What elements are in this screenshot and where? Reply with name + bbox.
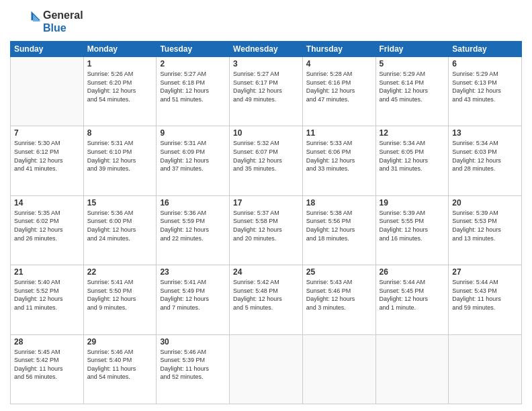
calendar-cell: 8Sunrise: 5:31 AM Sunset: 6:10 PM Daylig… <box>83 126 157 195</box>
calendar-week-1: 1Sunrise: 5:26 AM Sunset: 6:20 PM Daylig… <box>11 57 522 126</box>
day-number: 30 <box>160 337 226 347</box>
calendar-weekday-thursday: Thursday <box>302 42 375 57</box>
calendar-body: 1Sunrise: 5:26 AM Sunset: 6:20 PM Daylig… <box>11 57 522 404</box>
svg-marker-1 <box>33 14 40 21</box>
day-info: Sunrise: 5:41 AM Sunset: 5:50 PM Dayligh… <box>87 278 153 312</box>
header: GeneralBlue <box>10 7 522 37</box>
day-number: 4 <box>306 59 372 68</box>
day-info: Sunrise: 5:27 AM Sunset: 6:18 PM Dayligh… <box>160 70 226 103</box>
day-number: 28 <box>14 337 80 347</box>
day-info: Sunrise: 5:34 AM Sunset: 6:03 PM Dayligh… <box>452 139 518 173</box>
day-number: 17 <box>233 198 299 208</box>
day-number: 2 <box>160 59 226 68</box>
day-info: Sunrise: 5:31 AM Sunset: 6:10 PM Dayligh… <box>87 139 153 173</box>
day-info: Sunrise: 5:43 AM Sunset: 5:46 PM Dayligh… <box>306 278 372 312</box>
calendar-cell: 21Sunrise: 5:40 AM Sunset: 5:52 PM Dayli… <box>11 265 84 334</box>
day-info: Sunrise: 5:42 AM Sunset: 5:48 PM Dayligh… <box>233 278 299 312</box>
day-info: Sunrise: 5:37 AM Sunset: 5:58 PM Dayligh… <box>233 209 299 242</box>
logo-blue: Blue <box>43 22 83 34</box>
calendar-weekday-monday: Monday <box>83 42 157 57</box>
calendar-cell: 1Sunrise: 5:26 AM Sunset: 6:20 PM Daylig… <box>83 57 157 126</box>
day-number: 27 <box>452 267 518 277</box>
day-number: 29 <box>87 337 153 347</box>
day-number: 18 <box>306 198 372 208</box>
logo-text: GeneralBlue <box>43 9 83 34</box>
day-number: 6 <box>452 59 518 68</box>
page: GeneralBlue SundayMondayTuesdayWednesday… <box>0 0 532 411</box>
day-number: 1 <box>87 59 153 68</box>
day-number: 24 <box>233 267 299 277</box>
calendar-cell: 18Sunrise: 5:38 AM Sunset: 5:56 PM Dayli… <box>302 195 375 265</box>
day-number: 7 <box>14 128 80 138</box>
day-info: Sunrise: 5:46 AM Sunset: 5:40 PM Dayligh… <box>87 348 153 381</box>
day-number: 15 <box>87 198 153 208</box>
calendar-weekday-friday: Friday <box>375 42 449 57</box>
calendar-cell: 9Sunrise: 5:31 AM Sunset: 6:09 PM Daylig… <box>157 126 230 195</box>
calendar-cell: 23Sunrise: 5:41 AM Sunset: 5:49 PM Dayli… <box>157 265 230 334</box>
day-number: 5 <box>380 59 445 68</box>
day-info: Sunrise: 5:39 AM Sunset: 5:55 PM Dayligh… <box>380 209 445 242</box>
calendar-weekday-wednesday: Wednesday <box>230 42 303 57</box>
day-number: 8 <box>87 128 153 138</box>
day-number: 11 <box>306 128 372 138</box>
calendar-cell: 10Sunrise: 5:32 AM Sunset: 6:07 PM Dayli… <box>230 126 303 195</box>
calendar-cell: 20Sunrise: 5:39 AM Sunset: 5:53 PM Dayli… <box>449 195 522 265</box>
day-number: 13 <box>452 128 518 138</box>
calendar-week-4: 21Sunrise: 5:40 AM Sunset: 5:52 PM Dayli… <box>11 265 522 334</box>
day-number: 26 <box>380 267 445 277</box>
day-info: Sunrise: 5:28 AM Sunset: 6:16 PM Dayligh… <box>306 70 372 103</box>
calendar-header-row: SundayMondayTuesdayWednesdayThursdayFrid… <box>11 42 522 57</box>
calendar-cell: 5Sunrise: 5:29 AM Sunset: 6:14 PM Daylig… <box>375 57 449 126</box>
day-number: 10 <box>233 128 299 138</box>
calendar-cell: 11Sunrise: 5:33 AM Sunset: 6:06 PM Dayli… <box>302 126 375 195</box>
calendar-cell: 19Sunrise: 5:39 AM Sunset: 5:55 PM Dayli… <box>375 195 449 265</box>
calendar-cell: 30Sunrise: 5:46 AM Sunset: 5:39 PM Dayli… <box>157 334 230 404</box>
day-info: Sunrise: 5:46 AM Sunset: 5:39 PM Dayligh… <box>160 348 226 381</box>
day-number: 16 <box>160 198 226 208</box>
day-info: Sunrise: 5:35 AM Sunset: 6:02 PM Dayligh… <box>14 209 80 242</box>
day-number: 19 <box>380 198 445 208</box>
calendar-week-2: 7Sunrise: 5:30 AM Sunset: 6:12 PM Daylig… <box>11 126 522 195</box>
day-info: Sunrise: 5:39 AM Sunset: 5:53 PM Dayligh… <box>452 209 518 242</box>
calendar-week-5: 28Sunrise: 5:45 AM Sunset: 5:42 PM Dayli… <box>11 334 522 404</box>
day-info: Sunrise: 5:32 AM Sunset: 6:07 PM Dayligh… <box>233 139 299 173</box>
calendar-week-3: 14Sunrise: 5:35 AM Sunset: 6:02 PM Dayli… <box>11 195 522 265</box>
calendar-table: SundayMondayTuesdayWednesdayThursdayFrid… <box>10 41 522 404</box>
calendar-cell: 13Sunrise: 5:34 AM Sunset: 6:03 PM Dayli… <box>449 126 522 195</box>
calendar-cell: 27Sunrise: 5:44 AM Sunset: 5:43 PM Dayli… <box>449 265 522 334</box>
calendar-cell: 14Sunrise: 5:35 AM Sunset: 6:02 PM Dayli… <box>11 195 84 265</box>
calendar-weekday-sunday: Sunday <box>11 42 84 57</box>
calendar-cell: 17Sunrise: 5:37 AM Sunset: 5:58 PM Dayli… <box>230 195 303 265</box>
calendar-weekday-saturday: Saturday <box>449 42 522 57</box>
day-number: 21 <box>14 267 80 277</box>
calendar-cell: 6Sunrise: 5:29 AM Sunset: 6:13 PM Daylig… <box>449 57 522 126</box>
day-number: 12 <box>380 128 445 138</box>
day-info: Sunrise: 5:33 AM Sunset: 6:06 PM Dayligh… <box>306 139 372 173</box>
day-number: 3 <box>233 59 299 68</box>
calendar-cell: 12Sunrise: 5:34 AM Sunset: 6:05 PM Dayli… <box>375 126 449 195</box>
day-number: 20 <box>452 198 518 208</box>
calendar-cell <box>11 57 84 126</box>
day-number: 23 <box>160 267 226 277</box>
calendar-cell: 2Sunrise: 5:27 AM Sunset: 6:18 PM Daylig… <box>157 57 230 126</box>
calendar-cell: 3Sunrise: 5:27 AM Sunset: 6:17 PM Daylig… <box>230 57 303 126</box>
logo-general: General <box>43 9 83 21</box>
day-info: Sunrise: 5:29 AM Sunset: 6:13 PM Dayligh… <box>452 70 518 103</box>
calendar-cell <box>302 334 375 404</box>
day-number: 25 <box>306 267 372 277</box>
calendar-cell <box>449 334 522 404</box>
calendar-cell: 26Sunrise: 5:44 AM Sunset: 5:45 PM Dayli… <box>375 265 449 334</box>
calendar-cell: 4Sunrise: 5:28 AM Sunset: 6:16 PM Daylig… <box>302 57 375 126</box>
calendar-cell: 25Sunrise: 5:43 AM Sunset: 5:46 PM Dayli… <box>302 265 375 334</box>
day-info: Sunrise: 5:41 AM Sunset: 5:49 PM Dayligh… <box>160 278 226 312</box>
calendar-cell: 7Sunrise: 5:30 AM Sunset: 6:12 PM Daylig… <box>11 126 84 195</box>
day-info: Sunrise: 5:38 AM Sunset: 5:56 PM Dayligh… <box>306 209 372 242</box>
day-info: Sunrise: 5:26 AM Sunset: 6:20 PM Dayligh… <box>87 70 153 103</box>
day-info: Sunrise: 5:31 AM Sunset: 6:09 PM Dayligh… <box>160 139 226 173</box>
day-info: Sunrise: 5:45 AM Sunset: 5:42 PM Dayligh… <box>14 348 80 381</box>
calendar-cell: 24Sunrise: 5:42 AM Sunset: 5:48 PM Dayli… <box>230 265 303 334</box>
day-info: Sunrise: 5:44 AM Sunset: 5:43 PM Dayligh… <box>452 278 518 312</box>
day-info: Sunrise: 5:44 AM Sunset: 5:45 PM Dayligh… <box>380 278 445 312</box>
day-info: Sunrise: 5:30 AM Sunset: 6:12 PM Dayligh… <box>14 139 80 173</box>
day-info: Sunrise: 5:36 AM Sunset: 6:00 PM Dayligh… <box>87 209 153 242</box>
